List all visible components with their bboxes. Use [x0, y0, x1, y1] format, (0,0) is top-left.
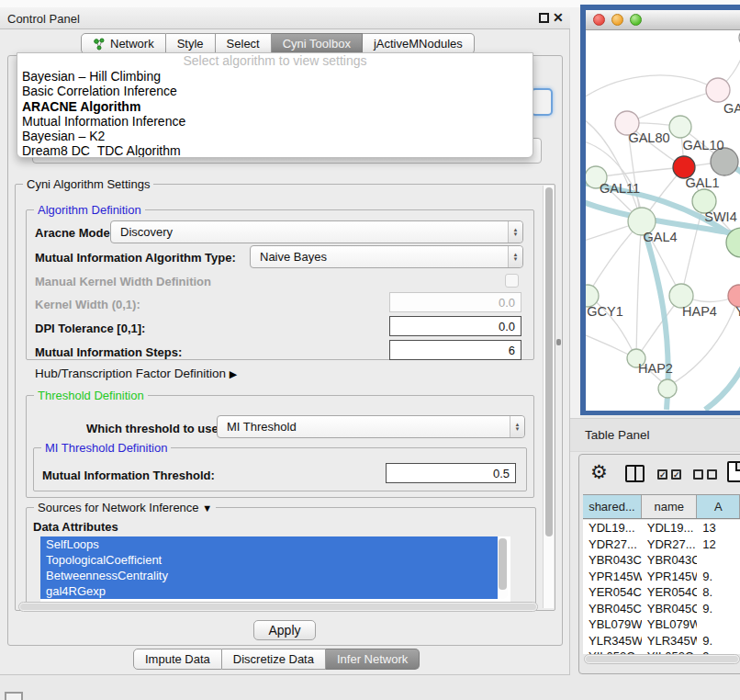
attribute-item-topologicalcoefficient[interactable]: TopologicalCoefficient — [40, 552, 498, 568]
attribute-item-gal4rgexp[interactable]: gal4RGexp — [40, 583, 498, 599]
settings-vertical-scrollbar[interactable] — [543, 186, 554, 608]
checked-box-icon: ✓ — [657, 469, 667, 480]
dpi-tolerance-field[interactable]: 0.0 — [389, 316, 521, 336]
control-panel-title: Control Panel — [7, 12, 80, 26]
column-header-name[interactable]: name — [642, 495, 698, 518]
bottom-tab-label: Discretize Data — [233, 652, 314, 666]
unchecked-box-icon — [693, 469, 703, 480]
table-cell: YLR345W — [583, 633, 642, 649]
mi-type-combo[interactable]: Naive Bayes ▲▼ — [250, 245, 523, 268]
table-horizontal-scrollbar[interactable] — [584, 654, 740, 664]
tab-cyni-toolbox[interactable]: Cyni Toolbox — [272, 33, 363, 54]
algorithm-option-bayesian-hill-climbing[interactable]: Bayesian – Hill Climbing — [17, 69, 533, 84]
spinner-arrows-icon[interactable]: ▲▼ — [508, 221, 522, 243]
table-hscroll-thumb[interactable] — [586, 656, 738, 662]
network-view-window[interactable]: GALGAL80GAL10GAL1GAL11SWI4GAL4GCY1HAP4YH… — [580, 5, 740, 415]
table-icon[interactable] — [727, 461, 740, 482]
settings-scroll-thumb[interactable] — [545, 187, 553, 536]
hub-definition-expander[interactable]: Hub/Transcription Factor Definition ▶ — [35, 367, 237, 380]
table-cell: YBR045C — [583, 601, 642, 617]
table-row[interactable]: YPR145WYPR145W9. — [583, 569, 740, 585]
focused-combo-edge[interactable] — [531, 88, 553, 116]
table-row[interactable]: YDL19...YDL19...13 — [583, 520, 740, 536]
attributes-list-scrollbar[interactable] — [498, 538, 508, 599]
network-graph[interactable]: GALGAL80GAL10GAL1GAL11SWI4GAL4GCY1HAP4YH… — [586, 30, 740, 411]
table-cell: 12 — [697, 536, 740, 553]
algorithm-option-dream8-dc-tdc-algorithm[interactable]: Dream8 DC_TDC Algorithm — [17, 143, 533, 158]
table-row[interactable]: YLR345WYLR345W9. — [583, 633, 740, 649]
sources-title[interactable]: Sources for Network Inference ▼ — [34, 501, 216, 514]
node-label-gal: GAL — [723, 101, 740, 116]
table-row[interactable]: YBR043CYBR043C — [583, 552, 740, 569]
table-row[interactable]: YBR045CYBR045C9. — [583, 601, 740, 617]
algorithm-popup-items: Bayesian – Hill ClimbingBasic Correlatio… — [17, 69, 533, 158]
kernel-width-field[interactable]: 0.0 — [389, 292, 521, 312]
column-header-shared[interactable]: shared... — [583, 495, 642, 518]
manual-kernel-checkbox[interactable] — [505, 274, 519, 288]
tab-select[interactable]: Select — [216, 33, 272, 54]
which-threshold-value: MI Threshold — [218, 416, 510, 437]
table-row[interactable]: YBL079WYBL079W — [583, 616, 740, 633]
attributes-scroll-thumb[interactable] — [499, 538, 507, 590]
tab-label: Style — [177, 37, 204, 51]
attribute-item-betweennesscentrality[interactable]: BetweennessCentrality — [40, 568, 498, 583]
network-window-titlebar[interactable] — [586, 10, 740, 30]
settings-hscroll-thumb[interactable] — [20, 604, 536, 610]
expand-right-icon[interactable]: ▶ — [230, 368, 237, 379]
which-threshold-combo[interactable]: MI Threshold ▲▼ — [217, 415, 525, 438]
aracne-mode-combo[interactable]: Discovery ▲▼ — [110, 220, 523, 243]
unchecked-pair-icon[interactable] — [693, 469, 717, 480]
tab-jactivemnodules[interactable]: jActiveMNodules — [363, 33, 475, 54]
algorithm-option-mutual-information-inference[interactable]: Mutual Information Inference — [17, 114, 533, 129]
network-node-gal[interactable] — [706, 78, 730, 102]
settings-horizontal-scrollbar[interactable] — [18, 602, 538, 612]
table-cell: YPR145W — [642, 569, 698, 585]
close-button[interactable] — [593, 14, 605, 26]
bottom-tab-impute-data[interactable]: Impute Data — [133, 649, 222, 670]
spinner-arrows-icon[interactable]: ▲▼ — [510, 416, 524, 437]
tab-label: Network — [110, 37, 154, 51]
tab-style[interactable]: Style — [166, 33, 216, 54]
panel-gutter — [570, 7, 580, 418]
apply-button[interactable]: Apply — [253, 620, 316, 640]
network-node[interactable] — [658, 379, 677, 398]
spinner-arrows-icon[interactable]: ▲▼ — [508, 246, 522, 267]
network-node-gal10[interactable] — [669, 116, 691, 138]
column-header-a[interactable]: A — [697, 495, 740, 518]
mi-steps-field[interactable]: 6 — [389, 340, 521, 360]
mi-threshold-field[interactable]: 0.5 — [386, 463, 516, 483]
table-row[interactable]: YER054CYER054C8. — [583, 584, 740, 601]
tab-network[interactable]: Network — [81, 33, 166, 54]
algorithm-option-basic-correlation-inference[interactable]: Basic Correlation Inference — [17, 84, 533, 98]
algorithm-option-bayesian-k2[interactable]: Bayesian – K2 — [17, 129, 533, 143]
table-cell — [697, 616, 740, 633]
mi-steps-label: Mutual Information Steps: — [35, 345, 182, 359]
bottom-tab-discretize-data[interactable]: Discretize Data — [222, 649, 326, 670]
network-canvas[interactable]: GALGAL80GAL10GAL1GAL11SWI4GAL4GCY1HAP4YH… — [586, 30, 740, 411]
float-icon[interactable] — [539, 13, 549, 23]
splitter-grip[interactable] — [556, 339, 561, 345]
split-columns-icon[interactable] — [625, 465, 645, 482]
data-attributes-list[interactable]: SelfLoopsTopologicalCoefficientBetweenne… — [40, 536, 510, 603]
collapse-down-icon[interactable]: ▼ — [202, 502, 212, 514]
mi-threshold-label: Mutual Information Threshold: — [42, 469, 215, 482]
zoom-button[interactable] — [630, 14, 642, 26]
node-label-y: Y — [735, 304, 740, 319]
gear-icon[interactable]: ⚙ — [590, 462, 608, 481]
attribute-item-selfloops[interactable]: SelfLoops — [40, 536, 498, 552]
close-icon[interactable]: ✕ — [553, 10, 564, 25]
dpi-tolerance-label: DPI Tolerance [0,1]: — [35, 322, 145, 335]
minimize-button[interactable] — [611, 14, 623, 26]
node-label-gcy1: GCY1 — [587, 304, 623, 319]
docked-window-icon[interactable] — [5, 692, 23, 700]
algorithm-option-aracne-algorithm[interactable]: ARACNE Algorithm — [17, 99, 533, 114]
bottom-tab-label: Infer Network — [337, 652, 408, 666]
aracne-mode-value: Discovery — [111, 221, 508, 243]
table-row[interactable]: YDR27...YDR27...12 — [583, 536, 740, 553]
table-cell: YPR145W — [583, 569, 642, 585]
node-label-gal4: GAL4 — [643, 230, 677, 244]
bottom-tab-infer-network[interactable]: Infer Network — [326, 649, 420, 670]
unchecked-box-icon — [707, 469, 717, 480]
checked-pair-icon[interactable]: ✓ ✓ — [657, 469, 681, 480]
table-cell: YBR045C — [642, 601, 698, 617]
